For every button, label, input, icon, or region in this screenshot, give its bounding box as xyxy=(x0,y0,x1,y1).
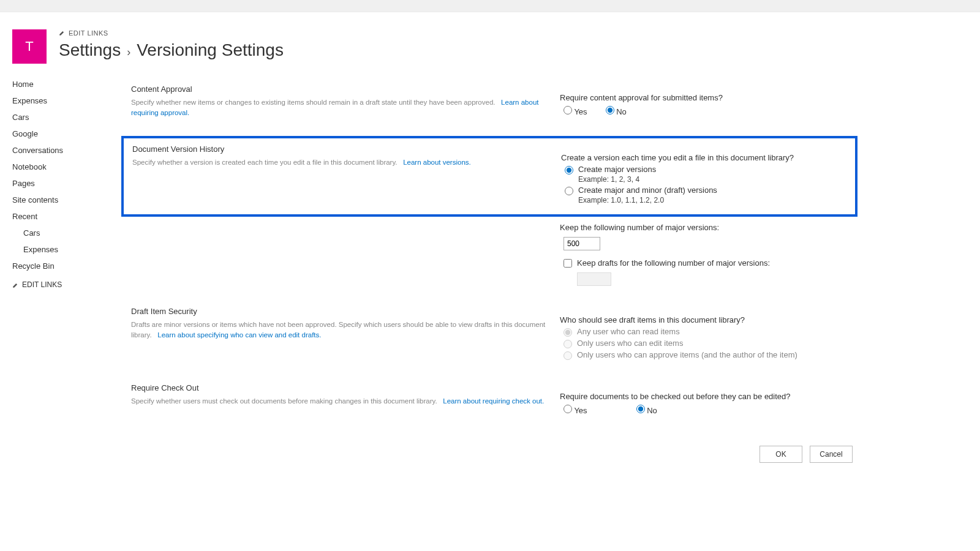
radio-minor-versions[interactable] xyxy=(565,187,573,195)
radio-approval-yes[interactable] xyxy=(564,106,572,114)
radio-draft-edit xyxy=(564,340,572,348)
nav-item-home[interactable]: Home xyxy=(12,76,110,92)
learn-link-drafts[interactable]: Learn about specifying who can view and … xyxy=(157,331,321,339)
breadcrumb: Settings › Versioning Settings xyxy=(59,40,968,60)
section-draft-security: Draft Item Security Drafts are minor ver… xyxy=(121,298,858,371)
nav-item-recent-expenses[interactable]: Expenses xyxy=(12,241,110,258)
breadcrumb-separator: › xyxy=(127,46,130,59)
radio-approval-no[interactable] xyxy=(606,106,614,114)
input-keep-drafts-count xyxy=(577,272,611,286)
input-keep-major-count[interactable] xyxy=(564,237,600,250)
section-title: Draft Item Security xyxy=(131,307,549,316)
breadcrumb-current: Versioning Settings xyxy=(137,40,284,60)
section-title: Require Check Out xyxy=(131,383,549,392)
section-title: Document Version History xyxy=(132,144,550,154)
breadcrumb-parent[interactable]: Settings xyxy=(59,40,121,60)
example-minor: Example: 1.0, 1.1, 1.2, 2.0 xyxy=(578,196,850,204)
main-content: Content Approval Specify whether new ite… xyxy=(110,70,882,493)
nav-item-site-contents[interactable]: Site contents xyxy=(12,192,110,208)
actions-row: OK Cancel xyxy=(121,435,858,469)
label-approval-no[interactable]: No xyxy=(616,107,627,116)
nav-item-recent[interactable]: Recent xyxy=(12,208,110,225)
label-approval-yes[interactable]: Yes xyxy=(574,107,587,116)
edit-links-top-label: EDIT LINKS xyxy=(69,29,108,37)
label-draft-edit: Only users who can edit items xyxy=(577,339,683,348)
section-require-checkout: Require Check Out Specify whether users … xyxy=(121,375,858,431)
nav-item-recent-cars[interactable]: Cars xyxy=(12,225,110,241)
question-version-history: Create a version each time you edit a fi… xyxy=(561,153,850,162)
page-header: T EDIT LINKS Settings › Versioning Setti… xyxy=(0,12,980,70)
label-major-versions[interactable]: Create major versions xyxy=(578,165,656,174)
learn-link-versions[interactable]: Learn about versions. xyxy=(403,159,471,166)
label-keep-drafts[interactable]: Keep drafts for the following number of … xyxy=(577,258,770,268)
example-major: Example: 1, 2, 3, 4 xyxy=(578,175,850,184)
checkbox-keep-drafts[interactable] xyxy=(564,259,572,268)
radio-draft-read xyxy=(564,328,572,337)
radio-draft-approve xyxy=(564,351,572,360)
pencil-icon xyxy=(12,282,18,288)
section-version-history: Document Version History Specify whether… xyxy=(121,136,858,217)
nav-item-cars[interactable]: Cars xyxy=(12,109,110,126)
site-logo-tile[interactable]: T xyxy=(12,29,47,64)
left-nav: Home Expenses Cars Google Conversations … xyxy=(0,70,110,289)
radio-major-versions[interactable] xyxy=(565,166,573,174)
section-desc: Specify whether users must check out doc… xyxy=(131,397,437,405)
nav-list: Home Expenses Cars Google Conversations … xyxy=(12,76,110,274)
section-desc: Specify whether a version is created eac… xyxy=(132,159,398,166)
label-keep-major: Keep the following number of major versi… xyxy=(560,223,853,232)
edit-links-top[interactable]: EDIT LINKS xyxy=(59,29,968,37)
ok-button[interactable]: OK xyxy=(760,446,802,463)
nav-item-recycle-bin[interactable]: Recycle Bin xyxy=(12,258,110,274)
cancel-button[interactable]: Cancel xyxy=(810,446,853,463)
label-checkout-yes[interactable]: Yes xyxy=(574,406,587,415)
question-content-approval: Require content approval for submitted i… xyxy=(560,93,853,102)
section-keep-versions: Keep the following number of major versi… xyxy=(121,223,858,294)
section-content-approval: Content Approval Specify whether new ite… xyxy=(121,76,858,132)
label-minor-versions[interactable]: Create major and minor (draft) versions xyxy=(578,186,717,195)
label-draft-approve: Only users who can approve items (and th… xyxy=(577,350,797,359)
section-title: Content Approval xyxy=(131,84,549,94)
learn-link-checkout[interactable]: Learn about requiring check out. xyxy=(443,397,544,405)
question-checkout: Require documents to be checked out befo… xyxy=(560,392,853,401)
section-desc: Specify whether new items or changes to … xyxy=(131,99,496,106)
label-draft-read: Any user who can read items xyxy=(577,327,680,336)
nav-item-pages[interactable]: Pages xyxy=(12,175,110,192)
edit-links-nav-label: EDIT LINKS xyxy=(22,280,62,289)
edit-links-nav[interactable]: EDIT LINKS xyxy=(12,280,110,289)
radio-checkout-yes[interactable] xyxy=(564,405,572,413)
radio-checkout-no[interactable] xyxy=(636,405,645,413)
question-draft-security: Who should see draft items in this docum… xyxy=(560,315,853,324)
nav-item-notebook[interactable]: Notebook xyxy=(12,159,110,175)
label-checkout-no[interactable]: No xyxy=(647,406,657,415)
nav-item-google[interactable]: Google xyxy=(12,126,110,142)
nav-item-expenses[interactable]: Expenses xyxy=(12,92,110,109)
nav-item-conversations[interactable]: Conversations xyxy=(12,142,110,159)
pencil-icon xyxy=(59,30,65,36)
ribbon-bar xyxy=(0,0,980,12)
